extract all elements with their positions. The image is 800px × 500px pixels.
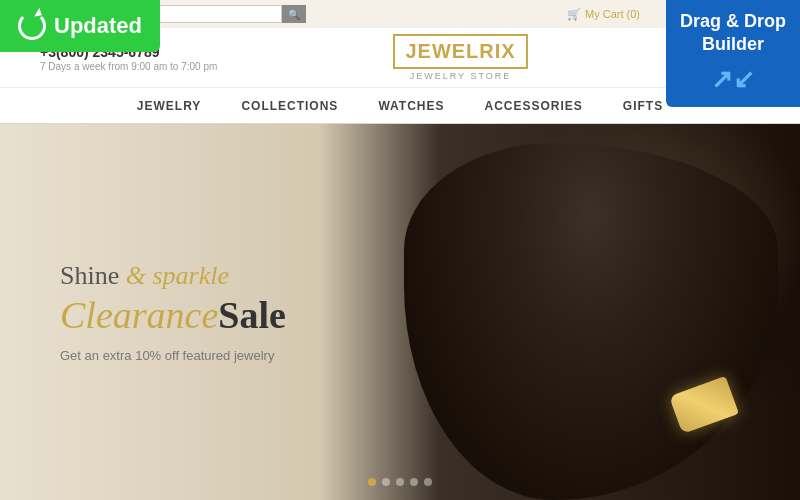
updated-label: Updated	[54, 13, 142, 39]
logo-part1: JEWEL	[405, 40, 479, 62]
nav-accessories[interactable]: ACCESSORIES	[484, 99, 582, 113]
hero-clearance: Clearance	[60, 294, 218, 336]
dnd-line1: Drag & Drop	[680, 11, 786, 31]
updated-badge: Updated	[0, 0, 160, 52]
carousel-dot-1[interactable]	[368, 478, 376, 486]
dnd-badge: Drag & Drop Builder ↗↙	[666, 0, 800, 107]
search-button[interactable]: 🔍	[282, 5, 306, 23]
cart-label: My Cart (0)	[585, 8, 640, 20]
hero-content: Shine & sparkle ClearanceSale Get an ext…	[0, 261, 286, 364]
site-logo[interactable]: JEWELRIX Jewelry Store	[393, 34, 527, 81]
logo-box: JEWELRIX	[393, 34, 527, 69]
carousel-dot-2[interactable]	[382, 478, 390, 486]
nav-gifts[interactable]: GIFTS	[623, 99, 663, 113]
hero-tagline: Shine & sparkle	[60, 261, 286, 291]
search-input[interactable]	[142, 5, 282, 23]
hero-image	[360, 124, 800, 500]
dnd-arrow-icon: ↗↙	[680, 63, 786, 97]
logo-text: JEWELRIX	[405, 40, 515, 63]
nav-collections[interactable]: COLLECTIONS	[241, 99, 338, 113]
logo-subtitle: Jewelry Store	[393, 71, 527, 81]
refresh-icon	[18, 12, 46, 40]
carousel-dots	[368, 478, 432, 486]
hero-headline: ClearanceSale	[60, 295, 286, 337]
hero-subtext: Get an extra 10% off featured jewelry	[60, 348, 286, 363]
search-bar: 🔍	[142, 5, 306, 23]
carousel-dot-5[interactable]	[424, 478, 432, 486]
nav-watches[interactable]: WATCHES	[378, 99, 444, 113]
carousel-dot-4[interactable]	[410, 478, 418, 486]
hero-section: Shine & sparkle ClearanceSale Get an ext…	[0, 124, 800, 500]
hero-amp-sparkle: & sparkle	[126, 261, 229, 290]
dnd-line2: Builder	[702, 34, 764, 54]
hero-shine: Shine	[60, 261, 119, 290]
business-hours: 7 Days a week from 9:00 am to 7:00 pm	[40, 61, 217, 72]
logo-part2: RIX	[479, 40, 515, 62]
cart-icon: 🛒	[567, 8, 581, 21]
carousel-dot-3[interactable]	[396, 478, 404, 486]
cart-widget[interactable]: 🛒 My Cart (0)	[567, 8, 640, 21]
nav-jewelry[interactable]: JEWELRY	[137, 99, 202, 113]
hero-sale: Sale	[218, 294, 286, 336]
